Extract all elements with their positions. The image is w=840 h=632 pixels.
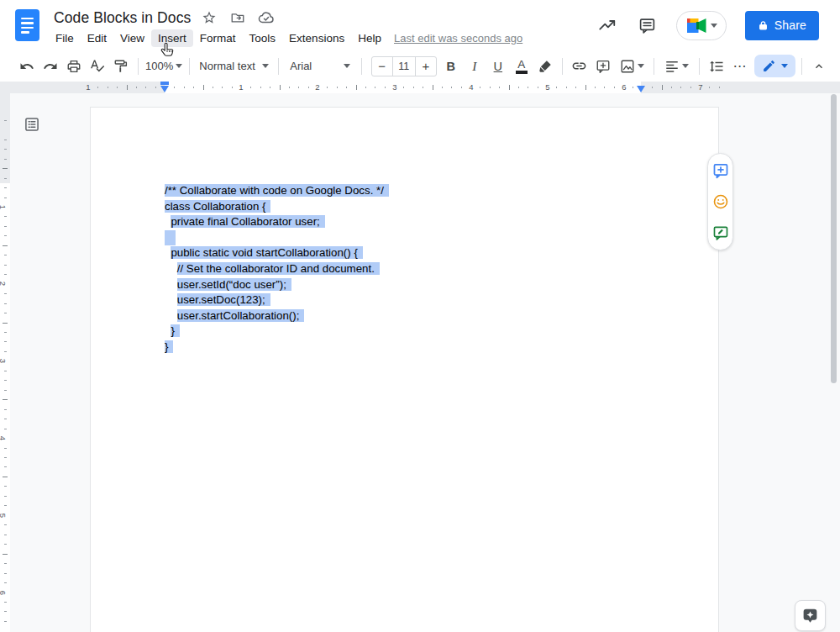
add-comment-icon	[712, 162, 729, 179]
add-comment-button-floating[interactable]	[711, 161, 730, 180]
chevron-down-icon	[781, 64, 788, 68]
chevron-down-icon	[262, 64, 269, 68]
menu-item-extensions[interactable]: Extensions	[282, 29, 351, 47]
divider	[699, 58, 700, 75]
underline-button[interactable]: U	[487, 55, 509, 77]
cloud-saved-icon[interactable]	[256, 8, 276, 28]
chevron-up-icon	[812, 60, 826, 73]
code-line[interactable]: user.startCollaboration();	[165, 308, 389, 324]
divider	[801, 58, 802, 75]
code-line[interactable]	[165, 230, 389, 246]
undo-icon	[19, 59, 34, 74]
paragraph-style-select[interactable]: Normal text	[196, 55, 272, 77]
code-block: /** Collaborate with code on Google Docs…	[165, 183, 389, 356]
move-folder-icon[interactable]	[228, 8, 248, 28]
paragraph-style-value: Normal text	[199, 60, 255, 72]
increase-font-size-button[interactable]: +	[416, 56, 436, 76]
menu-item-view[interactable]: View	[113, 29, 151, 47]
zoom-select[interactable]: 100%	[144, 55, 183, 77]
ruler-number: 3	[0, 359, 8, 363]
share-button[interactable]: Share	[745, 11, 819, 40]
insert-link-icon	[571, 58, 587, 74]
divider	[361, 58, 362, 75]
undo-button[interactable]	[16, 55, 38, 77]
ruler-number: 1	[0, 205, 8, 209]
emoji-reaction-button[interactable]	[711, 192, 730, 211]
add-comment-button[interactable]	[592, 55, 614, 77]
toolbar-right-group	[754, 55, 830, 77]
ruler-number: 4	[0, 436, 8, 440]
scrollbar-thumb[interactable]	[831, 94, 837, 383]
redo-icon	[43, 59, 58, 74]
chevron-down-icon	[682, 64, 689, 68]
selection-action-pill	[707, 153, 733, 250]
vertical-ruler-top	[0, 93, 10, 183]
insert-image-button[interactable]	[616, 55, 648, 77]
code-line[interactable]: // Set the collaborator ID and document.	[165, 261, 389, 277]
font-size-control: − 11 +	[371, 56, 437, 76]
pencil-icon	[762, 59, 776, 73]
highlight-color-button[interactable]	[534, 55, 556, 77]
code-line[interactable]: private final Collaborator user;	[165, 214, 389, 230]
title-row: Code Blocks in Docs	[54, 7, 276, 29]
align-button[interactable]	[660, 55, 693, 77]
code-line[interactable]: public static void startCollaboration() …	[165, 245, 389, 261]
text-color-label: A	[517, 59, 525, 71]
decrease-font-size-button[interactable]: −	[372, 56, 392, 76]
document-title[interactable]: Code Blocks in Docs	[54, 9, 191, 27]
code-line[interactable]: user.setId(“doc user”);	[165, 277, 389, 293]
menu-item-format[interactable]: Format	[193, 29, 243, 47]
activity-icon[interactable]	[591, 8, 624, 42]
last-edit-link[interactable]: Last edit was seconds ago	[394, 32, 522, 45]
first-line-indent-marker[interactable]	[160, 82, 169, 85]
paint-format-button[interactable]	[110, 55, 132, 77]
editing-mode-button[interactable]	[754, 55, 795, 77]
code-line[interactable]: class Collaboration {	[165, 199, 389, 215]
star-icon[interactable]	[199, 8, 219, 28]
more-options-button[interactable]: ⋯	[729, 55, 751, 77]
menu-item-insert[interactable]: Insert	[151, 29, 193, 47]
show-outline-button[interactable]	[23, 115, 41, 134]
font-select[interactable]: Arial	[285, 55, 354, 77]
insert-link-button[interactable]	[569, 55, 591, 77]
ruler-number: 3	[392, 82, 396, 92]
menu-item-tools[interactable]: Tools	[243, 29, 283, 47]
explore-button[interactable]	[795, 600, 826, 631]
divider	[138, 58, 139, 75]
spell-check-button[interactable]	[87, 55, 108, 77]
code-line[interactable]: /** Collaborate with code on Google Docs…	[165, 183, 389, 199]
right-margin-marker[interactable]	[637, 86, 645, 92]
ruler-number: 2	[0, 282, 8, 286]
code-line[interactable]: }	[165, 324, 389, 340]
bold-button[interactable]: B	[440, 55, 462, 77]
menu-item-file[interactable]: File	[49, 29, 81, 47]
menu-item-edit[interactable]: Edit	[81, 29, 113, 47]
redo-button[interactable]	[39, 55, 61, 77]
suggest-edits-button[interactable]	[711, 224, 730, 242]
spell-check-icon	[90, 59, 105, 74]
lock-icon	[758, 20, 769, 31]
code-line[interactable]: }	[165, 340, 389, 356]
chevron-down-icon	[638, 64, 644, 68]
italic-button[interactable]: I	[464, 55, 486, 77]
comments-icon[interactable]	[631, 8, 664, 42]
print-button[interactable]	[63, 55, 85, 77]
collapse-toolbar-button[interactable]	[808, 55, 830, 77]
highlight-color-icon	[538, 59, 553, 74]
document-outline-icon	[24, 116, 40, 133]
font-size-value[interactable]: 11	[392, 56, 416, 76]
ruler-corner	[0, 82, 10, 93]
text-color-button[interactable]: A	[511, 55, 533, 77]
ruler-number: 4	[469, 82, 473, 92]
add-comment-icon	[596, 59, 611, 74]
left-margin-marker[interactable]	[160, 86, 169, 92]
meet-button[interactable]	[676, 11, 727, 40]
menu-item-help[interactable]: Help	[351, 29, 388, 47]
line-spacing-button[interactable]	[706, 55, 727, 77]
horizontal-ruler: 11234567	[10, 82, 840, 93]
header: Code Blocks in Docs FileEditViewInsertFo…	[0, 0, 840, 50]
ruler-number: 6	[622, 82, 626, 92]
docs-logo-icon[interactable]	[15, 9, 39, 41]
code-line[interactable]: user.setDoc(123);	[165, 292, 389, 308]
insert-image-icon	[620, 59, 635, 74]
